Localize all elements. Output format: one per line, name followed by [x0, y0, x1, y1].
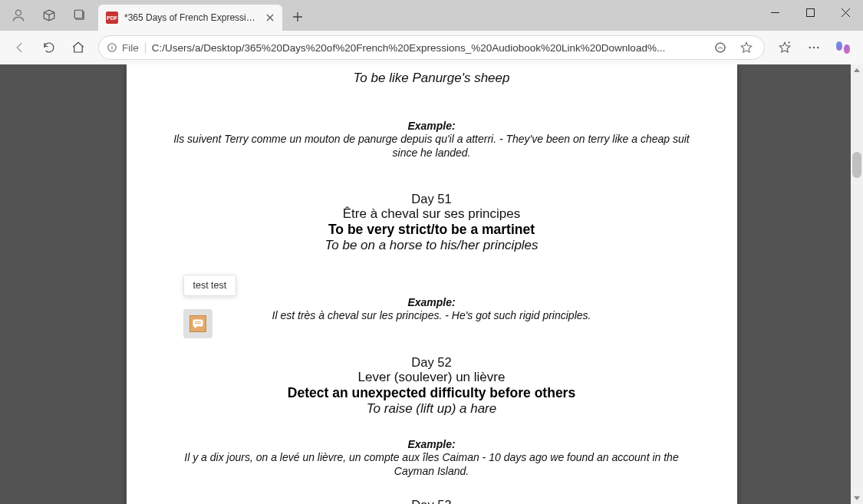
- annotation-marker[interactable]: [183, 309, 212, 338]
- day52-transliteration: To raise (lift up) a hare: [173, 401, 691, 417]
- intro-example-text: Ils suivent Terry comme un mouton de pan…: [173, 132, 691, 160]
- day52-example-text: Il y a dix jours, on a levé un lièvre, u…: [173, 450, 691, 478]
- intro-transliteration: To be like Panurge's sheep: [173, 71, 691, 86]
- settings-more-icon[interactable]: [800, 35, 828, 60]
- day51-transliteration: To be on a horse to his/her principles: [173, 238, 691, 253]
- tab-title: *365 Days of French Expressions_: [124, 12, 258, 23]
- address-url: C:/Users/a/Desktop/365%20Days%20of%20Fre…: [152, 42, 704, 54]
- day52-heading: Day 52: [173, 355, 691, 370]
- maximize-button[interactable]: [792, 0, 828, 25]
- svg-point-0: [16, 10, 21, 15]
- favorite-icon[interactable]: [736, 38, 756, 58]
- day52-french: Lever (soulever) un lièvre: [173, 370, 691, 385]
- pdf-file-icon: PDF: [106, 12, 118, 24]
- annotation-tooltip: test test: [183, 275, 237, 296]
- intro-example-label: Example:: [173, 120, 691, 132]
- tab-close-button[interactable]: [264, 12, 276, 24]
- back-button[interactable]: [6, 35, 34, 60]
- browser-toolbar: File C:/Users/a/Desktop/365%20Days%20of%…: [0, 31, 863, 64]
- scroll-thumb[interactable]: [852, 152, 861, 178]
- minimize-button[interactable]: [757, 0, 792, 25]
- profile-icon[interactable]: [5, 2, 32, 29]
- svg-point-8: [817, 47, 819, 48]
- new-tab-button[interactable]: [287, 6, 308, 28]
- svg-point-6: [809, 47, 811, 48]
- pdf-page: To be like Panurge's sheep Example: Ils …: [127, 64, 737, 504]
- file-label: File: [122, 42, 139, 54]
- tracking-prevention-icon[interactable]: [710, 38, 730, 58]
- day53-heading: Day 53: [173, 498, 691, 504]
- scroll-down-button[interactable]: [851, 492, 863, 504]
- refresh-button[interactable]: [35, 35, 63, 60]
- info-icon: [107, 42, 117, 53]
- tab-actions-icon[interactable]: [66, 2, 94, 29]
- day52-example-label: Example:: [173, 438, 691, 450]
- window-titlebar: PDF *365 Days of French Expressions_: [0, 0, 863, 31]
- vertical-scrollbar[interactable]: [851, 64, 863, 504]
- home-button[interactable]: [64, 35, 92, 60]
- day51-example-text: Il est très à cheval sur les principes. …: [173, 308, 691, 322]
- day51-heading: Day 51: [173, 192, 691, 206]
- svg-rect-3: [806, 8, 814, 16]
- titlebar-left-group: [0, 0, 94, 31]
- window-controls: [757, 0, 863, 25]
- file-scheme-badge: File: [107, 42, 146, 54]
- address-bar[interactable]: File C:/Users/a/Desktop/365%20Days%20of%…: [98, 35, 765, 60]
- day51-example-label: Example:: [173, 296, 691, 308]
- svg-point-7: [813, 47, 815, 48]
- workspaces-icon[interactable]: [35, 2, 63, 29]
- copilot-icon[interactable]: [829, 35, 857, 60]
- pdf-viewport: To be like Panurge's sheep Example: Ils …: [0, 64, 863, 504]
- scroll-up-button[interactable]: [851, 64, 863, 77]
- active-tab[interactable]: PDF *365 Days of French Expressions_: [98, 5, 282, 31]
- day51-french: Être à cheval sur ses principes: [173, 206, 691, 222]
- day52-english: Detect an unexpected difficulty before o…: [173, 385, 691, 401]
- close-button[interactable]: [828, 0, 863, 25]
- comment-icon: [189, 315, 206, 332]
- svg-rect-2: [74, 10, 83, 18]
- day51-english: To be very strict/to be a martinet: [173, 222, 691, 238]
- favorites-bar-icon[interactable]: [771, 35, 799, 60]
